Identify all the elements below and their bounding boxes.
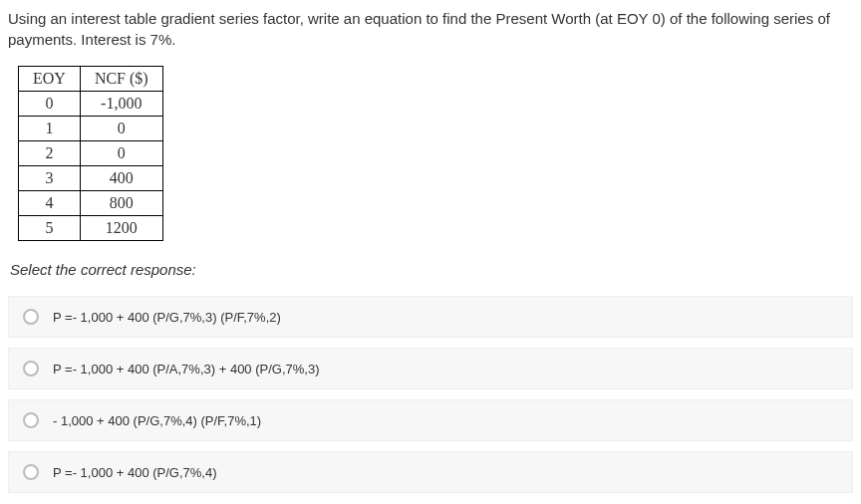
option-2[interactable]: P =- 1,000 + 400 (P/A,7%,3) + 400 (P/G,7… <box>8 348 853 389</box>
radio-icon[interactable] <box>23 309 39 325</box>
table-header-row: EOY NCF ($) <box>19 67 163 92</box>
option-text: - 1,000 + 400 (P/G,7%,4) (P/F,7%,1) <box>53 413 261 428</box>
radio-icon[interactable] <box>23 361 39 377</box>
header-ncf: NCF ($) <box>80 67 162 92</box>
cell-eoy: 4 <box>19 191 81 216</box>
cell-eoy: 2 <box>19 141 81 166</box>
header-eoy: EOY <box>19 67 81 92</box>
option-1[interactable]: P =- 1,000 + 400 (P/G,7%,3) (P/F,7%,2) <box>8 296 853 338</box>
table-row: 1 0 <box>19 117 163 141</box>
cell-eoy: 1 <box>19 117 81 141</box>
option-text: P =- 1,000 + 400 (P/A,7%,3) + 400 (P/G,7… <box>53 362 320 377</box>
cell-ncf: 0 <box>80 117 162 141</box>
table-row: 4 800 <box>19 191 163 216</box>
table-row: 2 0 <box>19 141 163 166</box>
cell-eoy: 3 <box>19 166 81 191</box>
cell-ncf: 1200 <box>80 216 162 241</box>
cell-ncf: -1,000 <box>80 92 162 117</box>
cell-ncf: 0 <box>80 141 162 166</box>
cell-ncf: 400 <box>80 166 162 191</box>
option-4[interactable]: P =- 1,000 + 400 (P/G,7%,4) <box>8 451 853 493</box>
option-3[interactable]: - 1,000 + 400 (P/G,7%,4) (P/F,7%,1) <box>8 399 853 441</box>
table-row: 3 400 <box>19 166 163 191</box>
radio-icon[interactable] <box>23 464 39 480</box>
cell-ncf: 800 <box>80 191 162 216</box>
select-prompt: Select the correct response: <box>10 261 853 278</box>
question-text: Using an interest table gradient series … <box>8 8 853 50</box>
option-text: P =- 1,000 + 400 (P/G,7%,3) (P/F,7%,2) <box>53 310 281 325</box>
table-row: 5 1200 <box>19 216 163 241</box>
table-row: 0 -1,000 <box>19 92 163 117</box>
cell-eoy: 0 <box>19 92 81 117</box>
cashflow-table: EOY NCF ($) 0 -1,000 1 0 2 0 3 400 4 800… <box>18 66 163 241</box>
radio-icon[interactable] <box>23 412 39 428</box>
option-text: P =- 1,000 + 400 (P/G,7%,4) <box>53 465 217 480</box>
cell-eoy: 5 <box>19 216 81 241</box>
